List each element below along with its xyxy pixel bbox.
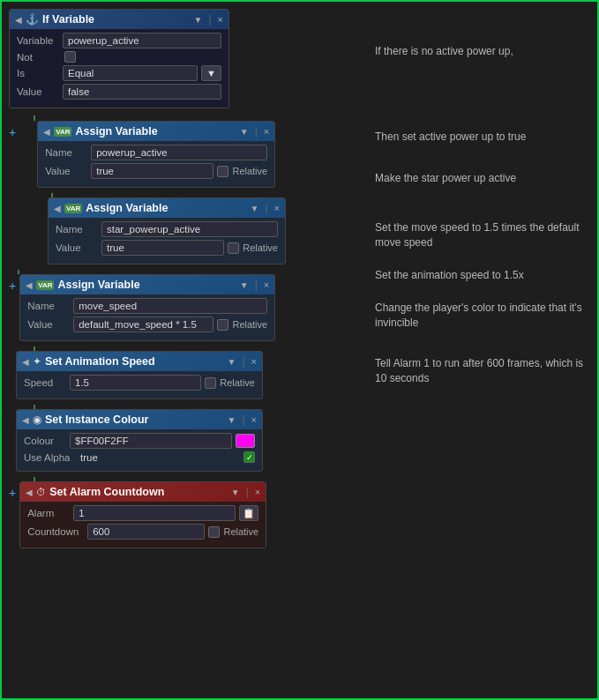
if-variable-dropdown[interactable]: ▼ (194, 15, 203, 25)
set-alarm-annotation: Tell Alarm 1 to run after 600 frames, wh… (375, 356, 590, 386)
assign1-name-value[interactable]: powerup_active (91, 145, 267, 160)
assign3-card: ◀ VAR Assign Variable ▼ | × (19, 274, 275, 341)
set-colour-controls: ▼ | × (228, 413, 257, 426)
set-anim-triangle-icon[interactable]: ◀ (22, 357, 29, 367)
assign2-value-value[interactable]: true (101, 240, 224, 256)
set-colour-alpha-label: Use Alpha (24, 452, 77, 463)
assign3-triangle-icon[interactable]: ◀ (26, 280, 33, 290)
set-colour-colour-row: Colour $FF00F2FF (24, 433, 255, 449)
set-anim-speed-row: Speed 1.5 Relative (24, 375, 255, 391)
variable-value[interactable]: powerup_active (63, 33, 221, 48)
assign3-value-value[interactable]: default_move_speed * 1.5 (73, 316, 213, 332)
set-anim-relative-checkbox[interactable] (205, 377, 216, 389)
value-value[interactable]: false (63, 84, 221, 100)
set-alarm-countdown-row: Countdown 600 Relative (27, 524, 258, 540)
set-colour-icon: ◉ (33, 413, 41, 426)
not-field-row: Not (17, 51, 221, 63)
set-anim-relative-label: Relative (220, 377, 255, 388)
assign2-inner: ◀ VAR Assign Variable ▼ | × (30, 197, 362, 268)
value-field-row: Value false (17, 84, 221, 100)
not-checkbox[interactable] (64, 51, 76, 63)
left-panel: ◀ ⚓ If Variable ▼ | × (9, 9, 362, 561)
set-alarm-alarm-label: Alarm (27, 508, 70, 518)
set-colour-close-button[interactable]: × (251, 414, 257, 425)
if-variable-header: ◀ ⚓ If Variable ▼ | × (10, 10, 228, 29)
set-alarm-relative-container: Relative (208, 526, 258, 538)
assign3-title: Assign Variable (57, 279, 139, 291)
assign3-plus-button[interactable]: + (9, 279, 16, 292)
assign2-name-value[interactable]: star_powerup_active (101, 221, 278, 237)
assign1-relative-checkbox[interactable] (217, 166, 228, 177)
set-anim-card: ◀ ✦ Set Animation Speed ▼ | × (16, 351, 263, 399)
assign2-dropdown-icon[interactable]: ▼ (251, 204, 259, 213)
set-colour-dropdown-icon[interactable]: ▼ (228, 415, 236, 425)
set-colour-row: ◀ ◉ Set Instance Colour ▼ | × (9, 409, 362, 475)
set-alarm-countdown-value[interactable]: 600 (87, 524, 205, 540)
assign3-name-value[interactable]: move_speed (73, 298, 267, 314)
set-colour-card: ◀ ◉ Set Instance Colour ▼ | × (16, 409, 263, 472)
assign1-body: Name powerup_active Value true Relative (38, 141, 274, 187)
set-alarm-countdown-label: Countdown (27, 526, 84, 537)
set-anim-header-left: ◀ ✦ Set Animation Speed (22, 355, 155, 368)
assign1-name-label: Name (45, 147, 87, 158)
assign2-triangle-icon[interactable]: ◀ (54, 204, 61, 213)
assign3-relative-checkbox[interactable] (217, 319, 228, 331)
assign3-close-button[interactable]: × (264, 279, 269, 290)
assign3-dropdown-icon[interactable]: ▼ (240, 280, 249, 290)
set-colour-alpha-checkbox[interactable]: ✓ (243, 451, 255, 463)
assign1-triangle-icon[interactable]: ◀ (43, 127, 50, 137)
is-dropdown-button[interactable]: ▼ (201, 65, 221, 81)
assign3-header-left: ◀ VAR Assign Variable (26, 279, 139, 291)
set-colour-colour-value[interactable]: $FF00F2FF (70, 433, 232, 449)
set-alarm-title: Set Alarm Countdown (49, 486, 164, 498)
assign3-body: Name move_speed Value default_move_speed… (20, 294, 274, 340)
assign2-row: ◀ VAR Assign Variable ▼ | × (9, 197, 362, 268)
assign1-value-value[interactable]: true (91, 163, 213, 179)
assign2-header: ◀ VAR Assign Variable ▼ | × (49, 198, 285, 218)
assign1-value-row: Value true Relative (45, 163, 267, 179)
set-alarm-alarm-row: Alarm 1 📋 (27, 505, 258, 521)
assign2-controls: ▼ | × (251, 202, 280, 214)
assign1-plus-button[interactable]: + (9, 126, 16, 138)
assign2-title: Assign Variable (86, 202, 168, 214)
assign2-close-button[interactable]: × (274, 203, 280, 213)
assign2-relative-checkbox[interactable] (228, 242, 239, 254)
set-alarm-header: ◀ ⏱ Set Alarm Countdown ▼ | × (20, 482, 266, 502)
if-variable-close-button[interactable]: × (218, 14, 223, 25)
assign3-relative-container: Relative (217, 319, 267, 331)
set-alarm-relative-checkbox[interactable] (208, 526, 220, 538)
triangle-icon[interactable]: ◀ (15, 15, 22, 25)
set-alarm-calendar-button[interactable]: 📋 (239, 505, 258, 521)
assign1-relative-label: Relative (232, 166, 267, 176)
assign1-dropdown-icon[interactable]: ▼ (240, 127, 249, 137)
set-colour-triangle-icon[interactable]: ◀ (22, 415, 29, 425)
assign3-inner: ◀ VAR Assign Variable ▼ | × (19, 274, 362, 345)
set-anim-dropdown-icon[interactable]: ▼ (228, 357, 236, 367)
set-alarm-close-button[interactable]: × (255, 487, 260, 497)
set-colour-inner: ◀ ◉ Set Instance Colour ▼ | × (16, 409, 362, 475)
set-anim-speed-label: Speed (24, 377, 66, 388)
assign2-var-icon: VAR (64, 204, 82, 213)
set-alarm-plus-button[interactable]: + (9, 487, 16, 499)
assign2-value-row: Value true Relative (56, 240, 278, 256)
assign3-name-label: Name (27, 301, 70, 311)
set-anim-icon: ✦ (33, 355, 41, 368)
assign1-header: ◀ VAR Assign Variable ▼ | × (38, 122, 274, 141)
assign2-name-label: Name (56, 224, 98, 235)
set-alarm-triangle-icon[interactable]: ◀ (26, 488, 33, 497)
assign1-close-button[interactable]: × (264, 126, 269, 137)
assign1-annotation: Then set active power up to true (375, 130, 590, 145)
set-colour-alpha-row: Use Alpha true ✓ (24, 451, 255, 463)
set-colour-annotation: Change the player's color to indicate th… (375, 301, 590, 331)
set-anim-close-button[interactable]: × (251, 356, 257, 367)
assign1-value-label: Value (45, 166, 87, 176)
set-colour-swatch[interactable] (236, 434, 255, 448)
set-alarm-dropdown-icon[interactable]: ▼ (231, 488, 240, 497)
if-variable-body: Variable powerup_active Not Is Equal ▼ (10, 29, 228, 108)
set-anim-speed-value[interactable]: 1.5 (70, 375, 201, 391)
if-variable-header-left: ◀ ⚓ If Variable (15, 13, 94, 26)
set-alarm-body: Alarm 1 📋 Countdown 600 Relative (20, 502, 266, 547)
is-value[interactable]: Equal (63, 65, 198, 81)
set-anim-title: Set Animation Speed (45, 355, 155, 368)
set-alarm-alarm-value[interactable]: 1 (73, 505, 236, 521)
